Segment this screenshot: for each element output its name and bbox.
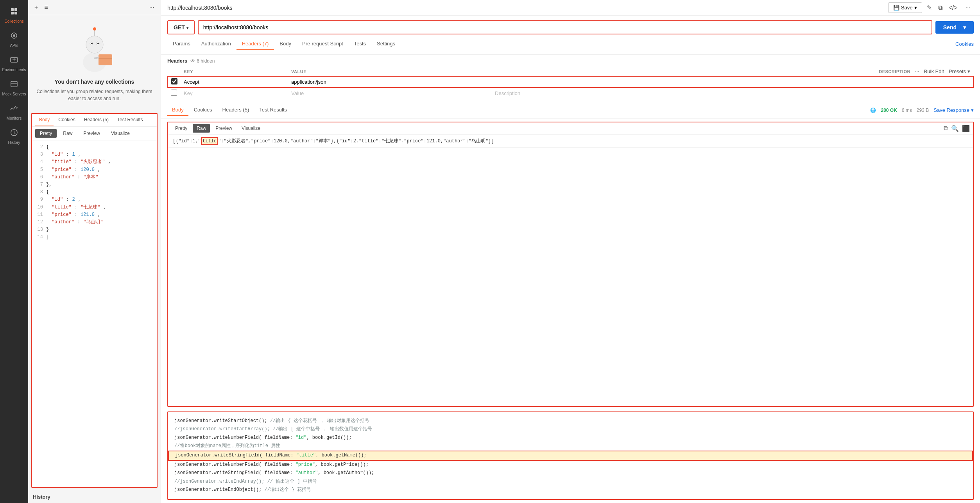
java-line-3: jsonGenerator.writeNumberField( fieldNam… [174,434,967,442]
tab-headers[interactable]: Headers (7) [236,38,274,50]
method-label: GET [174,24,185,31]
fmt-pretty-button[interactable]: Pretty [35,129,57,138]
status-code: 200 OK [881,108,897,113]
svg-rect-0 [11,8,14,11]
more-options-button[interactable]: ··· [148,3,156,12]
fmt-raw-button[interactable]: Raw [58,129,77,138]
line-num-6: 6 [35,174,43,181]
header-check-cell [168,76,181,88]
sidebar-item-history[interactable]: History [0,124,28,149]
send-dropdown-icon[interactable]: ▾ [960,24,966,31]
rfmt-preview-button[interactable]: Preview [211,124,236,133]
new-header-value-cell[interactable]: Value [288,88,492,99]
sidebar-item-monitors[interactable]: Monitors [0,100,28,124]
top-bar: http://localhost:8080/books 💾 Save ▾ ✎ ⧉… [161,0,980,16]
response-time: 6 ms [902,108,912,113]
fmt-preview-button[interactable]: Preview [79,129,105,138]
edit-icon-button[interactable]: ✎ [925,2,933,13]
request-row: GET Send ▾ [167,20,974,34]
request-tabs: Params Authorization Headers (7) Body Pr… [167,38,974,50]
tab-settings[interactable]: Settings [371,38,401,50]
request-section: GET Send ▾ Params Authorization Headers … [161,16,980,55]
tab-params[interactable]: Params [167,38,196,50]
headers-table: KEY VALUE DESCRIPTION ··· Bulk Edit Pres… [167,67,974,99]
cookies-link[interactable]: Cookies [955,41,974,47]
svg-point-18 [91,43,93,44]
wrap-response-button[interactable]: ⬛ [962,125,970,132]
response-body-panel: Pretty Raw Preview Visualize ⧉ 🔍 ⬛ [{"id… [167,122,974,407]
java-line-7: jsonGenerator.writeStringField( fieldNam… [174,469,967,478]
line-num-9: 9 [35,196,43,203]
empty-collections-state: You don't have any collections Collectio… [28,15,161,110]
code-icon-button[interactable]: </> [947,3,959,13]
java-line-6: jsonGenerator.writeNumberField( fieldNam… [174,461,967,469]
method-dropdown-icon [186,24,188,31]
line-num-4: 4 [35,158,43,166]
empty-title: You don't have any collections [55,79,134,85]
headers-section: Headers 👁 6 hidden KEY VALUE DESCRIPTION… [161,55,980,102]
title-highlight: title [201,137,218,145]
presets-button[interactable]: Presets ▾ [949,68,970,74]
save-response-dropdown-icon: ▾ [971,107,974,113]
resp-tab-test-results[interactable]: Test Results [254,104,292,116]
accept-checkbox[interactable] [171,78,177,84]
svg-rect-2 [11,12,14,14]
url-input[interactable] [198,20,932,34]
svg-point-5 [13,34,15,37]
new-header-checkbox[interactable] [171,90,177,96]
empty-description: Collections let you group related reques… [36,88,153,102]
svg-point-13 [86,36,103,53]
fmt-visualize-button[interactable]: Visualize [106,129,134,138]
left-response-panel: Body Cookies Headers (5) Test Results Pr… [31,113,158,488]
left-tab-test-results[interactable]: Test Results [113,114,147,126]
tab-tests[interactable]: Tests [349,38,371,50]
collections-icon [10,7,18,18]
send-button[interactable]: Send ▾ [935,21,974,34]
left-tab-headers[interactable]: Headers (5) [80,114,113,126]
java-line-5-highlighted: jsonGenerator.writeStringField( fieldNam… [168,451,973,461]
resp-tab-cookies[interactable]: Cookies [189,104,217,116]
java-line-2: //jsonGenerator.writeStartArray(); //输出 … [174,425,967,434]
method-button[interactable]: GET [167,20,195,34]
resp-tab-body[interactable]: Body [167,104,188,116]
line-num-8: 8 [35,189,43,196]
search-response-button[interactable]: 🔍 [951,125,959,132]
new-header-key-cell[interactable]: Key [181,88,288,99]
tab-authorization[interactable]: Authorization [196,38,236,50]
line-num-7: 7 [35,181,43,189]
line-num-5: 5 [35,166,43,174]
resp-tab-headers[interactable]: Headers (5) [218,104,254,116]
save-button[interactable]: 💾 Save ▾ [888,2,922,13]
sidebar-item-mock-servers[interactable]: Mock Servers [0,76,28,100]
left-tab-body[interactable]: Body [35,114,54,126]
rfmt-raw-button[interactable]: Raw [193,124,210,133]
more-options-topbar-button[interactable]: ··· [962,3,974,13]
svg-point-19 [97,43,99,44]
java-line-8: //jsonGenerator.writeEndArray(); // 输出这个… [174,478,967,486]
add-collection-button[interactable]: + [33,3,39,12]
response-tabs-row: Body Cookies Headers (5) Test Results [167,104,870,116]
bulk-edit-button[interactable]: Bulk Edit [924,68,944,74]
sidebar-item-environments[interactable]: Environments [0,52,28,76]
hidden-headers-badge: 👁 6 hidden [190,58,215,64]
save-icon: 💾 [893,5,899,11]
tab-pre-request-script[interactable]: Pre-request Script [297,38,349,50]
sidebar-item-label-apis: APIs [10,43,18,48]
monitors-icon [10,104,18,115]
rfmt-pretty-button[interactable]: Pretty [171,124,191,133]
copy-icon-button[interactable]: ⧉ [937,3,944,13]
sidebar-item-apis[interactable]: APIs [0,27,28,52]
save-response-button[interactable]: Save Response ▾ [933,107,974,113]
presets-dropdown-icon: ▾ [967,68,970,74]
top-bar-actions: 💾 Save ▾ ✎ ⧉ </> ··· [888,2,974,13]
left-tab-cookies[interactable]: Cookies [54,114,79,126]
rfmt-visualize-button[interactable]: Visualize [238,124,264,133]
svg-line-22 [95,57,99,58]
header-value-cell: application/json [288,76,492,88]
copy-response-button[interactable]: ⧉ [944,125,948,132]
filter-button[interactable]: ≡ [43,3,49,12]
sidebar-item-collections[interactable]: Collections [0,3,28,27]
line-num-13: 13 [35,226,43,234]
tab-body[interactable]: Body [274,38,297,50]
new-header-desc-cell[interactable]: Description [492,88,973,99]
